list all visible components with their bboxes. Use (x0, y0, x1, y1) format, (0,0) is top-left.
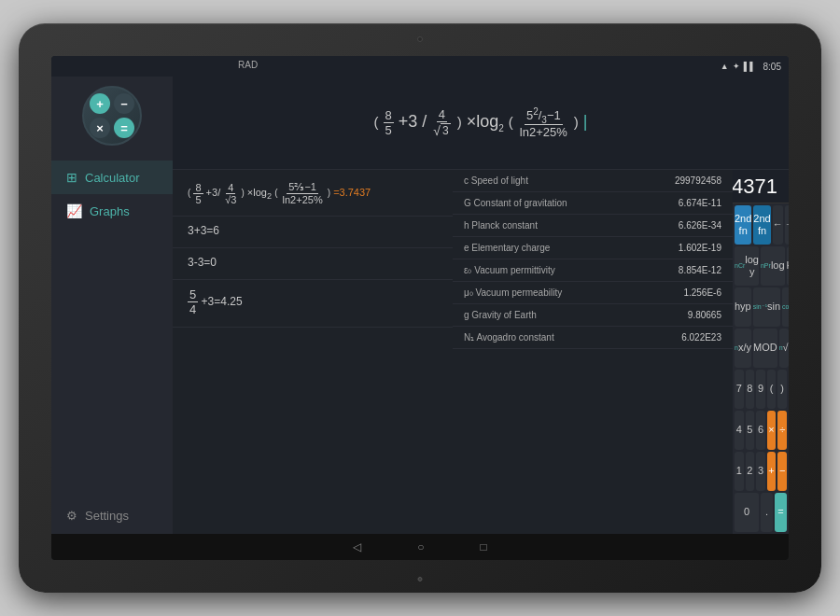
graphs-icon: 📈 (66, 203, 82, 218)
key-3[interactable]: 3 (756, 452, 765, 491)
constant-speed-of-light[interactable]: c Speed of light 299792458 (453, 170, 733, 192)
key-row-1: 2nd fn 2nd fn ← → C ⌫ (735, 205, 787, 245)
constant-name: μ₀ Vacuum permeability (464, 287, 683, 298)
constants-panel: c Speed of light 299792458 G Constant of… (453, 170, 733, 534)
status-bar: RAD ▲ ✦ ▌▌ 8:05 (51, 56, 789, 77)
key-xy[interactable]: nx/y (735, 329, 751, 368)
constant-planck[interactable]: h Planck constant 6.626E-34 (453, 215, 733, 237)
constant-vacuum-permeability[interactable]: μ₀ Vacuum permeability 1.256E-6 (453, 282, 733, 304)
key-row-7: 1 2 3 + − (735, 452, 787, 491)
key-8[interactable]: 8 (746, 370, 755, 409)
history-panel: ( 8 5 +3/ 4 √3 (173, 170, 453, 534)
key-equals[interactable]: = (775, 493, 787, 532)
calculator-icon: ⊞ (66, 170, 77, 185)
logo-times: × (90, 118, 110, 138)
key-2[interactable]: 2 (746, 452, 755, 491)
bottom-dot (418, 577, 423, 581)
constant-value: 6.626E-34 (679, 220, 721, 231)
constant-vacuum-permittivity[interactable]: ε₀ Vacuum permittivity 8.854E-12 (453, 259, 733, 282)
wifi-icon: ✦ (733, 62, 740, 71)
key-5[interactable]: 5 (746, 411, 755, 450)
sidebar-item-graphs[interactable]: 📈 Graphs (51, 194, 173, 228)
status-time: 8:05 (763, 62, 781, 72)
constant-value: 1.602E-19 (679, 243, 721, 253)
constant-elementary-charge[interactable]: e Elementary charge 1.602E-19 (453, 237, 733, 259)
home-button[interactable]: ○ (417, 540, 424, 553)
result-value: 3.74371 (733, 175, 777, 199)
constant-avogadro[interactable]: N₁ Avogadro constant 6.022E23 (453, 327, 733, 349)
sidebar-item-calculator[interactable]: ⊞ Calculator (51, 161, 173, 194)
constant-name: ε₀ Vacuum permittivity (464, 265, 679, 275)
key-2nd-fn-1[interactable]: 2nd fn (735, 205, 751, 245)
logo-plus: + (90, 93, 110, 114)
constant-gravitation[interactable]: G Constant of gravitation 6.674E-11 (453, 192, 733, 215)
key-row-8: 0 . = (735, 493, 787, 532)
status-icons: ▲ ✦ ▌▌ 8:05 (721, 62, 781, 72)
constant-name: g Gravity of Earth (464, 310, 688, 320)
key-lparen[interactable]: ( (767, 370, 777, 409)
logo-minus: − (114, 93, 134, 114)
constant-name: G Constant of gravitation (464, 198, 679, 208)
recent-button[interactable]: □ (481, 540, 487, 553)
constant-name: e Elementary charge (464, 243, 679, 253)
key-rparen[interactable]: ) (777, 370, 787, 409)
key-7[interactable]: 7 (735, 370, 744, 409)
key-log[interactable]: nPrlog (761, 246, 785, 286)
key-sin[interactable]: sin⁻¹sin (753, 287, 780, 327)
key-divide[interactable]: ÷ (777, 411, 787, 450)
keypad-area: 3.74371 2nd fn 2nd fn ← → C ⌫ (733, 170, 789, 534)
camera (417, 36, 423, 42)
android-nav: ◁ ○ □ (51, 534, 789, 560)
back-button[interactable]: ◁ (353, 540, 361, 553)
sidebar-item-settings[interactable]: ⚙ Settings (51, 497, 173, 534)
key-4[interactable]: 4 (735, 411, 744, 450)
key-plus[interactable]: + (767, 452, 777, 491)
key-row-3: hyp sin⁻¹sin cos⁻¹cos tan⁻¹tan MSMM+ RAN… (735, 287, 787, 327)
constant-name: N₁ Avogadro constant (464, 332, 681, 343)
history-keypad: ( 8 5 +3/ 4 √3 (173, 170, 789, 534)
key-cos[interactable]: cos⁻¹cos (782, 287, 789, 327)
history-item: 3-3=0 (173, 248, 453, 280)
key-minus[interactable]: − (777, 452, 787, 491)
app-logo: + − × = (82, 86, 142, 146)
expression-display: ( 8 5 +3 / 4 3 (173, 77, 789, 170)
key-sqrt[interactable]: n√ (779, 329, 789, 368)
constant-name: c Speed of light (464, 175, 675, 186)
logo-inner: + − × = (86, 90, 138, 142)
constant-value: 9.80665 (688, 310, 721, 320)
key-row-2: nCrlog y nPrlog HEX OCT BIN E (735, 246, 787, 286)
key-0[interactable]: 0 (735, 493, 759, 532)
settings-label: Settings (85, 509, 129, 523)
key-2nd-fn-2[interactable]: 2nd fn (753, 205, 770, 245)
constant-value: 299792458 (675, 175, 721, 186)
key-row-5: 7 8 9 ( ) (735, 370, 787, 409)
result-display: 3.74371 (733, 170, 789, 203)
key-row-4: nx/y MOD n√ xⁿx² −x%+x% (735, 329, 787, 368)
mode-label: RAD (238, 60, 258, 70)
key-logy[interactable]: nCrlog y (735, 246, 759, 286)
main-expression: ( 8 5 +3 / 4 3 (374, 106, 588, 140)
history-expr: 3-3=0 (188, 256, 438, 269)
key-6[interactable]: 6 (756, 411, 765, 450)
key-row-6: 4 5 6 × ÷ (735, 411, 787, 450)
key-hex[interactable]: HEX (787, 246, 789, 286)
sidebar: + − × = ⊞ Calculator 📈 Graphs ⚙ (51, 77, 173, 534)
history-item: 5 4 +3=4.25 (173, 280, 453, 328)
key-9[interactable]: 9 (756, 370, 765, 409)
key-hyp[interactable]: hyp (735, 287, 751, 327)
constant-value: 6.674E-11 (679, 198, 721, 208)
key-1[interactable]: 1 (735, 452, 744, 491)
key-right[interactable]: → (785, 205, 789, 245)
key-mod[interactable]: MOD (753, 329, 777, 368)
key-multiply[interactable]: × (767, 411, 777, 450)
history-expr: 3+3=6 (188, 224, 438, 237)
constant-value: 1.256E-6 (683, 287, 721, 298)
constant-gravity[interactable]: g Gravity of Earth 9.80665 (453, 304, 733, 327)
tablet-shell: RAD ▲ ✦ ▌▌ 8:05 + − × = (19, 23, 821, 593)
calculator-label: Calculator (85, 171, 140, 185)
history-item: ( 8 5 +3/ 4 √3 (173, 174, 453, 217)
history-expr: 5 4 +3=4.25 (188, 287, 438, 316)
graphs-label: Graphs (90, 204, 130, 218)
key-decimal[interactable]: . (761, 493, 773, 532)
key-left[interactable]: ← (773, 205, 783, 245)
